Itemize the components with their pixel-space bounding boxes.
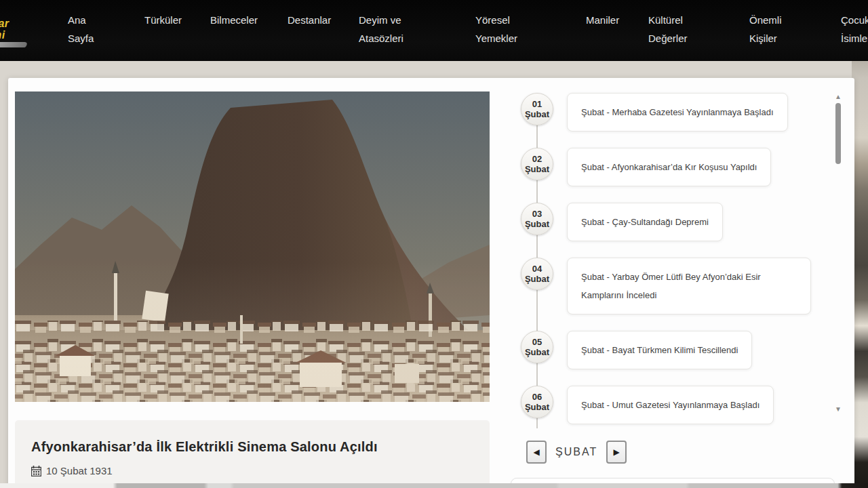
afyonkarahisar-photo-illustration [15, 92, 490, 402]
scroll-up-icon[interactable]: ▲ [833, 93, 844, 101]
site-logo-text-line1: sar [0, 18, 27, 29]
nav-item-destanlar[interactable]: Destanlar [288, 11, 331, 29]
timeline-event-row: 02 Şubat Şubat - Afyonkarahisar’da Kır K… [520, 148, 844, 186]
nav-item-deyim-ve-atasozleri[interactable]: Deyim ve Atasözleri [359, 11, 413, 47]
timeline-day-badge: 01 Şubat [521, 93, 553, 125]
timeline-scrollbar-thumb[interactable] [835, 103, 841, 164]
timeline-day: 04 [532, 264, 542, 274]
nav-item-bilmeceler[interactable]: Bilmeceler [210, 11, 258, 29]
timeline-month: Şubat [525, 109, 549, 119]
nav-item-ana-sayfa[interactable]: Ana Sayfa [68, 11, 99, 47]
timeline-event-row: 01 Şubat Şubat - Merhaba Gazetesi Yayınl… [520, 93, 844, 131]
timeline-event-row: 06 Şubat Şubat - Umut Gazetesi Yayınlanm… [520, 386, 844, 424]
timeline-day-badge: 06 Şubat [521, 386, 553, 418]
nav-item-maniler[interactable]: Maniler [586, 11, 619, 29]
logo-swoosh-shape [0, 42, 29, 47]
nav-item-yoresel-yemekler[interactable]: Yöresel Yemekler [475, 11, 519, 47]
timeline-event-row: 03 Şubat Şubat - Çay-Sultandağı Depremi [520, 203, 844, 241]
main-panel: Afyonkarahisar’da İlk Elektrikli Sinema … [8, 78, 854, 488]
prev-month-button[interactable]: ◀ [526, 441, 547, 464]
timeline-event-row: 04 Şubat Şubat - Yarbay Ömer Lütfi Bey A… [520, 258, 844, 314]
nav-item-onemli-kisiler[interactable]: Önemli Kişiler [749, 11, 787, 47]
timeline-event-card[interactable]: Şubat - Umut Gazetesi Yayınlanmaya Başla… [567, 386, 774, 424]
timeline-day: 05 [532, 337, 542, 347]
month-nav: ◀ ŞUBAT ▶ [526, 441, 627, 464]
timeline-month: Şubat [525, 347, 549, 357]
timeline-month: Şubat [525, 164, 549, 174]
nav-item-turkuler[interactable]: Türküler [144, 11, 182, 29]
article-title: Afyonkarahisar’da İlk Elektrikli Sinema … [15, 420, 490, 455]
timeline-month: Şubat [525, 274, 549, 284]
timeline-month: Şubat [525, 219, 549, 229]
timeline-month: Şubat [525, 402, 549, 412]
bottom-edge-strip [0, 483, 868, 488]
article-date-text: 10 Şubat 1931 [46, 465, 113, 476]
timeline-day-badge: 02 Şubat [521, 148, 553, 180]
events-timeline: 01 Şubat Şubat - Merhaba Gazetesi Yayınl… [520, 93, 844, 441]
timeline-day-badge: 05 Şubat [521, 331, 553, 363]
site-logo[interactable]: sar mi [0, 18, 27, 47]
next-arrow-icon: ▶ [614, 447, 620, 457]
scroll-down-icon[interactable]: ▼ [833, 405, 844, 413]
site-logo-text-line2: mi [0, 29, 27, 41]
timeline-day-badge: 03 Şubat [521, 203, 553, 235]
timeline-day: 01 [532, 99, 542, 109]
current-month-label: ŞUBAT [555, 446, 597, 458]
timeline-event-card[interactable]: Şubat - Çay-Sultandağı Depremi [567, 203, 723, 241]
article-photo [15, 92, 490, 402]
timeline-event-card[interactable]: Şubat - Afyonkarahisar’da Kır Koşusu Yap… [567, 148, 771, 186]
timeline-day: 02 [532, 154, 542, 164]
timeline-event-card[interactable]: Şubat - Bayat Türkmen Kilimi Tescillendi [567, 331, 752, 369]
article-date: 10 Şubat 1931 [31, 465, 490, 476]
nav-item-cocuk-isimleri[interactable]: Çocuk İsimleri [841, 11, 868, 47]
timeline-event-card[interactable]: Şubat - Merhaba Gazetesi Yayınlanmaya Ba… [567, 93, 788, 131]
timeline-event-card[interactable]: Şubat - Yarbay Ömer Lütfi Bey Afyon’daki… [567, 258, 811, 314]
timeline-day-badge: 04 Şubat [521, 258, 553, 290]
top-nav: sar mi Ana Sayfa Türküler Bilmeceler Des… [0, 0, 868, 61]
timeline-day: 03 [532, 209, 542, 219]
next-month-button[interactable]: ▶ [606, 441, 627, 464]
calendar-icon [31, 466, 41, 476]
timeline-event-row: 05 Şubat Şubat - Bayat Türkmen Kilimi Te… [520, 331, 844, 369]
timeline-day: 06 [532, 392, 542, 402]
prev-arrow-icon: ◀ [533, 447, 539, 457]
nav-item-kulturel-degerler[interactable]: Kültürel Değerler [648, 11, 692, 47]
article-card: Afyonkarahisar’da İlk Elektrikli Sinema … [15, 420, 490, 488]
